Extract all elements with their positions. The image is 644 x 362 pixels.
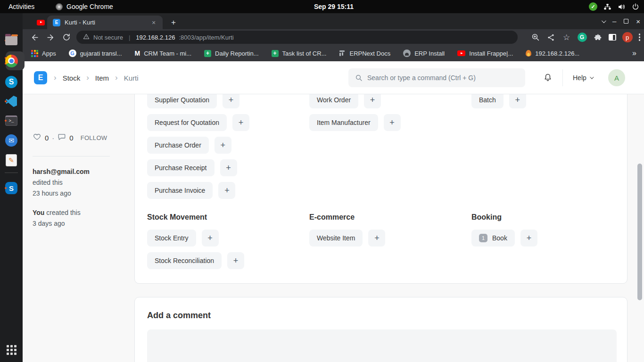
follow-button[interactable]: FOLLOW: [81, 134, 107, 141]
bookmark-item[interactable]: ERP Install: [403, 49, 445, 57]
add-website-item-button[interactable]: +: [368, 230, 385, 247]
chrome-icon: [5, 55, 18, 67]
browser-menu-icon[interactable]: [639, 33, 641, 41]
dock-chrome[interactable]: [4, 53, 19, 68]
like-row: 0 · 0 FOLLOW: [33, 132, 110, 143]
doc-button-stock-entry[interactable]: Stock Entry: [147, 230, 196, 247]
extensions-puzzle-icon[interactable]: [593, 33, 603, 42]
comment-input[interactable]: [147, 329, 617, 362]
add-item-manufacturer-button[interactable]: +: [384, 114, 401, 131]
breadcrumb-item[interactable]: Item: [95, 74, 109, 82]
bookmark-item[interactable]: ERPNext Docs: [339, 50, 390, 57]
url-host: 192.168.2.126: [136, 34, 175, 41]
dock-text-editor[interactable]: ✎: [4, 153, 19, 168]
volume-icon[interactable]: [618, 3, 626, 11]
search-input[interactable]: [367, 74, 519, 82]
doc-button-purchase-order[interactable]: Purchase Order: [147, 137, 209, 154]
zoom-icon[interactable]: [531, 33, 540, 42]
new-tab-button[interactable]: +: [168, 17, 179, 28]
network-icon[interactable]: [603, 3, 611, 11]
dock-divider: [5, 173, 18, 173]
dock-skype-alt[interactable]: S: [4, 181, 19, 196]
dock-files[interactable]: [4, 33, 19, 48]
breadcrumb-stock[interactable]: Stock: [63, 74, 81, 82]
add-stock-entry-button[interactable]: +: [202, 230, 219, 247]
tab-search-caret-icon[interactable]: [602, 18, 606, 23]
bookmark-item[interactable]: + Task list of CR...: [272, 50, 327, 57]
back-button[interactable]: [28, 31, 41, 43]
doc-button-request-for-quotation[interactable]: Request for Quotation: [147, 114, 227, 131]
dock-terminal[interactable]: >_: [4, 113, 19, 128]
help-dropdown[interactable]: Help: [573, 61, 593, 94]
minimize-button[interactable]: –: [612, 19, 616, 24]
add-request-for-quotation-button[interactable]: +: [232, 114, 249, 131]
show-apps-icon: [7, 345, 17, 355]
breadcrumb-kurti[interactable]: Kurti: [124, 74, 139, 82]
forward-button[interactable]: [44, 31, 57, 43]
tab-close-button[interactable]: ×: [149, 18, 158, 27]
github-icon: [403, 49, 411, 57]
omnibox-divider: |: [127, 34, 132, 41]
activity-entry: harsh@gmail.com edited this 23 hours ago: [33, 166, 110, 199]
bookmarks-overflow-button[interactable]: »: [632, 49, 636, 58]
dock-thunderbird[interactable]: ✉: [4, 133, 19, 148]
dock-skype[interactable]: S: [4, 74, 19, 90]
sheets-icon: +: [272, 50, 279, 57]
side-panel-icon[interactable]: [609, 34, 616, 41]
focused-app-menu[interactable]: Google Chrome: [56, 0, 113, 13]
monday-icon: M: [135, 49, 140, 57]
skype-icon: S: [5, 76, 17, 88]
security-label[interactable]: Not secure: [93, 34, 123, 41]
address-bar[interactable]: Not secure | 192.168.2.126 :8003/app/ite…: [76, 31, 518, 44]
tray-check-icon[interactable]: ✓: [589, 2, 597, 11]
erpnext-navbar: E › Stock › Item › Kurti Help A: [23, 61, 644, 94]
tab-active[interactable]: E Kurti - Kurti ×: [47, 16, 163, 29]
share-icon[interactable]: [546, 33, 556, 42]
bookmark-item[interactable]: Install Frappe|...: [457, 50, 513, 57]
screen: Activities Google Chrome Sep 29 15:11 ✓ …: [0, 0, 644, 362]
bookmark-item[interactable]: + Daily Reportin...: [204, 50, 258, 57]
doc-button-purchase-receipt[interactable]: Purchase Receipt: [147, 159, 215, 176]
browser-profile-avatar[interactable]: p: [622, 32, 633, 42]
bookmark-item[interactable]: 192.168.2.126...: [526, 50, 579, 57]
global-search[interactable]: [348, 68, 525, 87]
erpnext-favicon: E: [53, 19, 60, 26]
like-count[interactable]: 0: [45, 134, 49, 142]
bookmark-star-icon[interactable]: ☆: [562, 33, 571, 42]
show-applications-button[interactable]: [4, 342, 19, 357]
page-scrollbar-thumb[interactable]: [637, 164, 642, 300]
doc-button-book[interactable]: 1 Book: [471, 230, 515, 247]
dot-separator: ·: [52, 134, 54, 142]
frappe-icon: [339, 50, 346, 57]
bookmark-apps[interactable]: Apps: [31, 50, 56, 57]
window-close-button[interactable]: ×: [636, 17, 640, 25]
system-tray: ✓: [589, 0, 639, 13]
power-icon[interactable]: [632, 3, 639, 10]
doc-button-item-manufacturer[interactable]: Item Manufacturer: [309, 114, 378, 131]
section-title-ecommerce: E-commerce: [309, 213, 355, 222]
erpnext-logo[interactable]: E: [34, 71, 47, 84]
clock[interactable]: Sep 29 15:11: [314, 0, 354, 13]
doc-button-stock-reconciliation[interactable]: Stock Reconciliation: [147, 252, 222, 269]
doc-button-website-item[interactable]: Website Item: [309, 230, 363, 247]
comment-bubble-icon[interactable]: [58, 132, 66, 143]
comment-count[interactable]: 0: [69, 134, 73, 142]
reload-button[interactable]: [60, 31, 73, 43]
activities-button[interactable]: Activities: [8, 0, 34, 13]
add-purchase-receipt-button[interactable]: +: [220, 159, 237, 176]
dock-vscode[interactable]: [4, 94, 19, 109]
bookmark-item[interactable]: M CRM Team - mi...: [135, 49, 192, 57]
heart-icon[interactable]: [33, 132, 41, 143]
notifications-bell-icon[interactable]: [543, 73, 553, 84]
activity-entry: You created this 3 days ago: [33, 207, 110, 229]
add-purchase-invoice-button[interactable]: +: [218, 182, 235, 199]
youtube-icon: [37, 20, 45, 25]
add-book-button[interactable]: +: [520, 230, 537, 247]
restore-button[interactable]: [624, 19, 628, 24]
doc-button-purchase-invoice[interactable]: Purchase Invoice: [147, 182, 213, 199]
add-purchase-order-button[interactable]: +: [215, 137, 231, 154]
bookmark-item[interactable]: G gujarati transl...: [69, 49, 122, 57]
user-avatar[interactable]: A: [608, 69, 625, 86]
add-stock-reconciliation-button[interactable]: +: [227, 252, 244, 269]
grammarly-extension-icon[interactable]: G: [578, 33, 587, 42]
